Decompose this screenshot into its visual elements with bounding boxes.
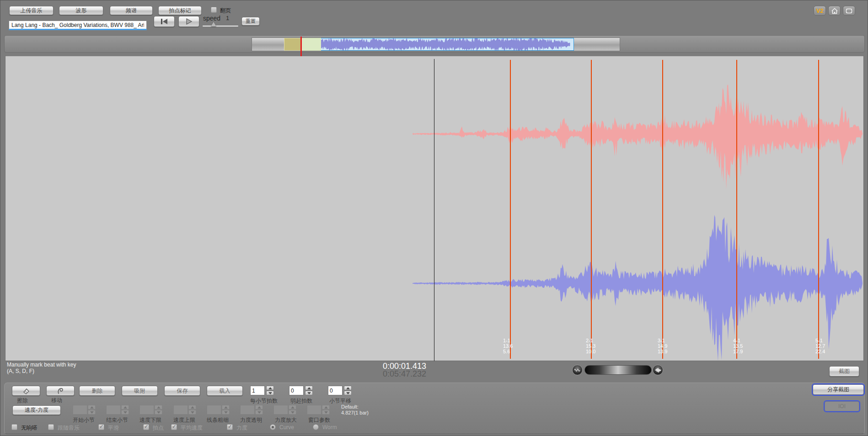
erase-tool-label: 擦除: [17, 397, 28, 404]
reset-button[interactable]: 重置: [241, 17, 260, 26]
beat-mark-tab-button[interactable]: 拍点标记: [158, 6, 202, 15]
overview-waveform: [302, 38, 573, 50]
screenshot-button[interactable]: 截图: [829, 366, 859, 377]
beat-marker-line[interactable]: [591, 60, 592, 359]
avg-tempo-label: 平均速度: [181, 424, 203, 432]
end-bar-stepper: [121, 405, 129, 415]
tempo-min-label: 速度下限: [139, 416, 161, 424]
follow-music-label: 跟随音乐: [58, 424, 80, 432]
skip-back-button[interactable]: [154, 16, 175, 27]
waveform-tab-button[interactable]: 波形: [59, 6, 103, 15]
tempo-max-label: 速度上限: [173, 416, 195, 424]
total-time: 0:05:47.232: [383, 369, 426, 379]
speed-label: speed: [203, 15, 220, 22]
beats-checkbox[interactable]: ✓: [143, 424, 149, 430]
fullscreen-icon: [845, 8, 853, 14]
erase-tool-button[interactable]: [12, 386, 40, 396]
beat-marker-label: 2-115.310.0: [586, 338, 595, 354]
save-button[interactable]: 保存: [164, 386, 200, 396]
small-wave-icon: [574, 367, 581, 373]
default-label: Default:: [341, 404, 359, 410]
overview-loop-block[interactable]: [284, 38, 301, 51]
home-button[interactable]: [828, 6, 841, 16]
beats-label: 拍点: [153, 424, 164, 432]
no-click-checkbox[interactable]: [11, 424, 17, 430]
start-bar-input: [73, 405, 87, 415]
overview-waveform-path: [306, 38, 570, 50]
play-button[interactable]: [178, 16, 199, 27]
pickup-beats-stepper[interactable]: [305, 386, 313, 395]
window-param-stepper: [322, 405, 330, 415]
beat-marker-line[interactable]: [510, 60, 511, 359]
end-bar-label: 结束小节: [106, 416, 128, 424]
worm-label: Worm: [322, 424, 337, 431]
smooth-checkbox[interactable]: ✓: [98, 424, 104, 430]
start-bar-label: 开始小节: [73, 416, 95, 424]
line-width-stepper: [222, 405, 230, 415]
line-width-input: [207, 405, 221, 415]
tempo-min-input: [139, 405, 154, 415]
play-icon: [185, 18, 193, 25]
bar-shift-stepper[interactable]: [344, 386, 352, 395]
speed-slider-thumb[interactable]: [211, 22, 216, 27]
beats-per-bar-stepper[interactable]: [266, 386, 274, 395]
zoom-in-button[interactable]: [653, 365, 663, 375]
snap-button[interactable]: 吸附: [122, 386, 158, 396]
follow-music-checkbox[interactable]: [48, 424, 54, 430]
overview-playhead[interactable]: [300, 37, 302, 56]
large-wave-icon: [654, 367, 662, 373]
tempo-min-stepper: [155, 405, 162, 415]
load-button[interactable]: 载入: [207, 386, 243, 396]
spectrum-tab-button[interactable]: 频谱: [110, 6, 153, 15]
start-bar-stepper: [88, 405, 96, 415]
dynamics-checkbox[interactable]: ✓: [227, 424, 233, 430]
track-name-input[interactable]: [9, 21, 147, 30]
speed-slider-track[interactable]: [203, 26, 238, 27]
dyn-alpha-input: [240, 405, 255, 415]
home-icon: [831, 8, 838, 14]
dyn-zoom-stepper: [289, 405, 296, 415]
speed-value: 1: [226, 15, 229, 21]
page-turn-checkbox[interactable]: [211, 7, 217, 13]
overview-window-region: [301, 38, 321, 51]
tempo-dynamics-button[interactable]: 速度-力度: [12, 405, 61, 415]
waveform-panel[interactable]: 1-113.65.62-115.310.03-114.913.94-113.51…: [5, 55, 864, 361]
beat-marker-label: 3-114.913.9: [658, 338, 667, 354]
beat-tracking-app: 上传音乐 波形 频谱 拍点标记 翻页 speed 1 重置 V2: [0, 0, 868, 436]
curve-radio[interactable]: [270, 424, 276, 430]
default-value: 4.827(1 bar): [341, 410, 369, 416]
eraser-icon: [22, 388, 30, 394]
hint-line-1: Manually mark beat with key: [7, 362, 76, 368]
beat-marker-label: 5-112.722.4: [815, 338, 825, 354]
beats-per-bar-label: 每小节拍数: [250, 397, 278, 405]
bar-shift-input[interactable]: [328, 386, 343, 395]
skip-back-icon: [160, 18, 169, 25]
beat-marker-label: 1-113.65.6: [503, 338, 513, 354]
curve-label: Curve: [279, 424, 294, 431]
dyn-zoom-label: 力度放大: [275, 416, 297, 424]
zoom-slider[interactable]: [584, 365, 652, 375]
playhead-line[interactable]: [434, 59, 434, 361]
beat-marker-line[interactable]: [818, 60, 819, 359]
overview-selection[interactable]: [301, 38, 574, 51]
fullscreen-button[interactable]: [843, 6, 855, 16]
beat-marker-label: 4-113.517.9: [733, 338, 743, 354]
share-screenshot-button[interactable]: 分享截图: [813, 384, 864, 395]
beats-per-bar-input[interactable]: [250, 386, 265, 395]
avg-tempo-checkbox[interactable]: ✓: [171, 424, 177, 430]
dyn-alpha-label: 力度透明: [240, 416, 262, 424]
move-tool-label: 移动: [51, 397, 62, 404]
beat-marker-line[interactable]: [736, 60, 737, 359]
delete-button[interactable]: 删除: [79, 386, 115, 396]
beat-marker-line[interactable]: [662, 60, 663, 359]
overview-strip: [4, 35, 865, 53]
pickup-beats-input[interactable]: [289, 386, 304, 395]
worm-radio[interactable]: [313, 424, 319, 430]
upload-music-button[interactable]: 上传音乐: [9, 6, 54, 15]
ioi-button: IOI: [825, 401, 859, 411]
move-tool-button[interactable]: [46, 386, 75, 396]
zoom-out-button[interactable]: [572, 365, 583, 375]
window-param-label: 窗口参数: [308, 416, 330, 424]
version-badge: V2: [814, 6, 826, 16]
hint-line-2: (A, S, D, F): [7, 368, 34, 374]
